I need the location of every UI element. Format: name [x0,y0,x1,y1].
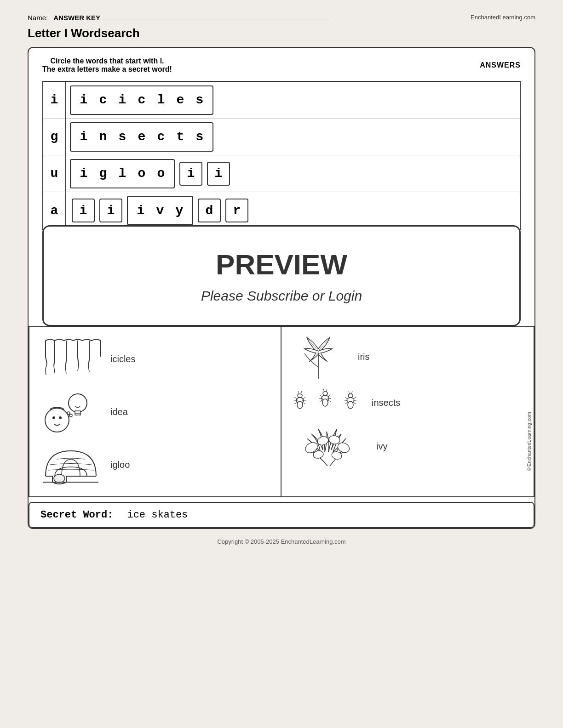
svg-point-27 [54,474,65,483]
svg-line-15 [88,366,89,372]
left-cell-2: u [43,155,65,192]
cell-1-4: c [152,125,170,149]
svg-line-5 [54,359,55,366]
svg-point-53 [348,394,353,398]
main-content: Circle the words that start with I. The … [28,47,535,529]
cell-1-3: e [132,125,151,149]
name-underline [102,20,332,20]
name-line: Name: ANSWER KEY [28,14,332,22]
word-box-0: i c i c l e s [70,85,213,115]
cell-0-2: i [113,88,132,112]
copyright-side: ©EnchantedLearning.com [526,412,532,472]
svg-line-8 [65,361,66,367]
svg-line-1 [46,357,47,364]
cell-3-1: v [151,199,169,222]
cell-0-0: i [75,88,93,112]
cell-0-3: c [132,88,151,112]
ivy-svg [291,427,364,466]
instruction-line2: The extra letters make a secret word! [42,65,172,74]
svg-point-31 [298,394,302,398]
svg-line-12 [78,365,79,371]
name-label: Name: [28,14,48,22]
ivy-image [291,426,364,467]
secret-word-section: Secret Word: ice skates [29,502,534,528]
iris-svg [291,335,346,379]
insects-svg [291,386,364,420]
svg-rect-22 [75,413,80,415]
cell-1-5: t [171,125,190,149]
word-box-1: i n s e c t s [70,122,213,152]
images-section: icicles [29,326,534,497]
image-row-insects: insects [291,384,524,421]
grid-row-2: i g l o o i i [66,155,520,192]
secret-word-label: Secret Word: [40,509,113,521]
grid-row-1: i n s e c t s [66,119,520,155]
label-icicles: icicles [110,354,135,364]
grid-row-3: i i i v y d r [66,192,520,229]
svg-point-54 [348,401,353,409]
cell-0-4: l [152,88,170,112]
svg-point-43 [322,399,328,406]
idea-svg [41,390,101,434]
svg-line-2 [46,364,47,369]
grid-left-col: i g u a [43,82,66,229]
label-ivy: ivy [376,441,387,452]
idea-image [39,389,103,435]
label-idea: idea [110,407,128,417]
igloo-svg [41,442,101,488]
label-igloo: igloo [110,460,130,470]
preview-title: PREVIEW [216,248,347,281]
cell-3-extra-0: d [198,199,221,222]
page-header: Name: ANSWER KEY EnchantedLearning.com [28,14,535,22]
iris-image [291,334,346,380]
cell-0-6: s [190,88,209,112]
cell-1-6: s [190,125,209,149]
cell-2-extra-1: i [207,162,230,186]
label-iris: iris [358,352,370,362]
cell-2-extra-0: i [179,162,202,186]
left-cell-1: g [43,119,65,155]
cell-3-extra-1: r [225,199,248,222]
cell-3-2: y [170,199,189,222]
instruction-line1: Circle the words that start with I. [42,57,172,65]
cell-0-1: c [94,88,112,112]
cell-1-1: n [94,125,112,149]
preview-overlay: PREVIEW Please Subscribe or Login [42,225,521,326]
images-left: icicles [29,327,282,496]
cell-2-2: l [113,162,132,186]
svg-point-20 [69,394,87,412]
igloo-image [39,439,103,490]
svg-point-18 [52,416,55,419]
instructions: Circle the words that start with I. The … [42,57,521,74]
footer: Copyright © 2005-2025 EnchantedLearning.… [28,538,535,545]
svg-point-17 [45,408,69,432]
page-title: Letter I Wordsearch [28,26,535,40]
preview-subtitle: Please Subscribe or Login [201,288,362,304]
svg-line-14 [88,360,89,366]
cell-2-0: i [75,162,93,186]
label-insects: insects [372,398,400,408]
image-row-igloo: igloo [39,439,271,490]
left-cell-0: i [43,82,65,119]
cell-3-pre-1: i [99,199,122,222]
svg-line-3 [46,369,46,375]
insects-image [291,384,364,421]
cell-2-1: g [94,162,112,186]
image-row-icicles: icicles [39,334,271,384]
image-row-iris: iris [291,334,524,380]
svg-point-32 [297,401,303,409]
cell-1-2: s [113,125,132,149]
word-box-2: i g l o o [70,159,175,188]
site-name: EnchantedLearning.com [471,14,535,21]
cell-0-5: e [171,88,190,112]
image-row-idea: idea [39,389,271,435]
instructions-text: Circle the words that start with I. The … [42,57,172,74]
images-right: iris [282,327,534,496]
cell-2-3: o [132,162,151,186]
svg-line-9 [65,367,66,374]
svg-point-42 [323,392,327,395]
svg-line-6 [54,366,55,373]
cell-3-pre-0: i [72,199,95,222]
cell-1-0: i [75,125,93,149]
svg-point-19 [59,416,62,419]
